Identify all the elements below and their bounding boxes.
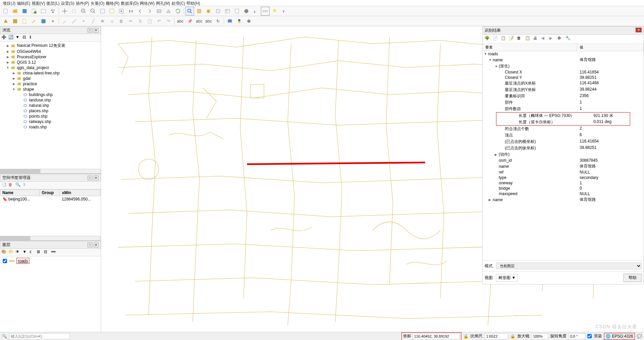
collapse-icon[interactable]: ⊟ (23, 35, 29, 41)
table-row[interactable]: 🔖 beijing100...12884596.050... (0, 196, 101, 203)
zoom-next-icon[interactable] (145, 7, 154, 16)
expand-tree-icon[interactable]: 🌳 (485, 36, 491, 42)
refresh-icon[interactable] (174, 7, 182, 16)
measure-icon[interactable] (261, 7, 270, 16)
locator-input[interactable] (9, 333, 70, 339)
help-button[interactable]: 帮助 (623, 274, 642, 282)
form-view-icon[interactable]: 📝 (509, 36, 516, 42)
field-calc-icon[interactable] (233, 7, 241, 16)
manage-visibility-icon[interactable]: 👁 (16, 249, 22, 255)
remove-layer-icon[interactable]: ➖ (51, 249, 57, 255)
new-point-icon[interactable] (49, 17, 57, 26)
identify-settings-icon[interactable]: 🔧 (565, 36, 572, 42)
tree-item[interactable]: ▼qgis_data_project (0, 65, 101, 70)
save-edits-icon[interactable] (39, 17, 48, 26)
db-manager-icon[interactable] (225, 17, 234, 26)
identify-icon[interactable]: i (185, 7, 194, 16)
identify-row[interactable]: Closest Y39.88251 (483, 75, 644, 80)
style-dock-icon[interactable]: 🎨 (1, 249, 7, 255)
menu-item[interactable]: 项目(J) (3, 1, 16, 5)
identify-row[interactable]: 部件数目1 (483, 106, 644, 112)
pan-icon[interactable] (60, 7, 69, 16)
layers-list[interactable]: roads (0, 256, 101, 265)
identify-row[interactable]: 部件1 (483, 99, 644, 106)
menu-item[interactable]: 设置(S) (61, 1, 74, 5)
close-icon[interactable]: ✕ (636, 28, 642, 32)
expand-all-icon[interactable]: ⊞ (37, 249, 43, 255)
identify-row[interactable]: ▼name体育馆路 (483, 57, 644, 63)
tree-item[interactable]: ▶QGIS 3.12 (0, 60, 101, 65)
show-labels-icon[interactable]: abc (195, 17, 204, 26)
tree-item[interactable]: landuse.shp (0, 97, 101, 103)
zoom-layer-icon[interactable] (117, 7, 126, 16)
coord-value[interactable] (412, 333, 460, 339)
tree-item[interactable]: ▶practice (0, 81, 101, 87)
tree-item[interactable]: ▼shape (0, 87, 101, 92)
add-bookmark-icon[interactable]: 📑 (1, 182, 7, 188)
identify-row[interactable]: 长度（笛卡尔坐标）0.011 deg (496, 119, 630, 125)
mode-select[interactable]: 当前图层 (496, 262, 642, 269)
column-header[interactable]: xMin (60, 190, 100, 196)
tree-item[interactable]: ▶Navicat Premium 12免安装 (0, 42, 101, 49)
tree-item[interactable]: ▶china-latest-free.shp (0, 70, 101, 76)
back-icon[interactable]: ◀ (541, 36, 548, 42)
menu-item[interactable]: 网络(W) (140, 1, 154, 5)
layer-checkbox[interactable] (3, 259, 7, 263)
save-icon[interactable] (20, 7, 29, 16)
annotation-icon[interactable]: T (280, 7, 288, 16)
statistics-icon[interactable]: Σ (251, 7, 260, 16)
plugin-icon[interactable]: ⚙ (244, 17, 253, 26)
identify-tree[interactable]: ▼roads▼name体育馆路▼(派生)Closest X116.41654Cl… (483, 51, 644, 260)
refresh-browser-icon[interactable]: 🔄 (8, 35, 14, 41)
paste-icon[interactable]: 📋 (145, 17, 154, 26)
copy-feature-icon[interactable]: 📋 (525, 36, 532, 42)
scale-value[interactable] (485, 333, 508, 339)
crs-box[interactable]: 🌐 EPSG:4326 (604, 333, 635, 340)
select-icon[interactable] (195, 7, 204, 16)
menu-item[interactable]: 矢量(O) (91, 1, 104, 5)
vertex-tool-icon[interactable]: ◇ (108, 17, 116, 26)
column-header[interactable]: Name (0, 190, 40, 196)
zoom-selection-icon[interactable] (108, 7, 116, 16)
menu-item[interactable]: 插件(P) (76, 1, 89, 5)
menu-item[interactable]: 帮助(H) (186, 1, 200, 5)
rot-value[interactable] (569, 333, 585, 339)
map-canvas[interactable]: 识别结果 ✕ 🌳 📄 📋 📝 🗑 📋 🖨 ◀ ▶ ⚙ 🔧 要素 值 ▼road (101, 26, 644, 333)
column-header[interactable]: Group (39, 190, 60, 196)
attribute-table-icon[interactable] (223, 7, 232, 16)
deselect-icon[interactable] (214, 7, 222, 16)
identify-row[interactable]: typesecondary (483, 175, 644, 180)
zoom-bookmark-icon[interactable]: 🔍 (16, 182, 22, 188)
identify-row[interactable]: 要素标识符2356 (483, 93, 644, 99)
menu-item[interactable]: 栅格(R) (106, 1, 120, 5)
render-checkbox[interactable] (587, 334, 592, 338)
mag-lock-icon[interactable]: 🔒 (510, 334, 515, 339)
cut-icon[interactable]: ✂ (126, 17, 135, 26)
fwd-icon[interactable]: ▶ (549, 36, 556, 42)
identify-row[interactable]: (已点击的横坐标)116.41654 (483, 138, 644, 145)
tree-item[interactable]: roads.shp (0, 124, 101, 130)
rotate-label-icon[interactable]: ↻ (214, 17, 222, 26)
open-icon[interactable] (11, 7, 20, 16)
add-group-icon[interactable]: 📁 (8, 249, 14, 255)
delete-bookmark-icon[interactable]: 🗑 (8, 182, 14, 188)
identify-row[interactable]: 长度（椭球体 — EPSG:7030）921.130 米 (496, 113, 630, 119)
new-project-icon[interactable] (1, 7, 10, 16)
menu-item[interactable]: 数据库(D) (121, 1, 139, 5)
filter-legend-icon[interactable]: ▼ (23, 249, 29, 255)
identify-row[interactable]: 最近顶点的Y坐标39.88244 (483, 87, 644, 93)
close-panel-icon[interactable]: ✕ (94, 176, 98, 180)
expand-new-icon[interactable]: 📄 (493, 36, 499, 42)
menu-item[interactable]: 网孔(M) (156, 1, 170, 5)
tree-item[interactable]: buildings.shp (0, 92, 101, 97)
properties-icon[interactable]: ℹ (30, 35, 36, 41)
layout-manager-icon[interactable] (39, 7, 48, 16)
menu-item[interactable]: 图层(L) (47, 1, 60, 5)
identify-row[interactable]: ▶name体育馆路 (483, 196, 644, 203)
menu-item[interactable]: 处理(C) (172, 1, 185, 5)
mag-value[interactable] (531, 333, 548, 339)
dock-icon[interactable]: □ (88, 176, 92, 180)
print-icon[interactable]: 🖨 (533, 36, 540, 42)
pin-label-icon[interactable]: 📌 (185, 17, 194, 26)
select-expr-icon[interactable]: ε (204, 7, 213, 16)
